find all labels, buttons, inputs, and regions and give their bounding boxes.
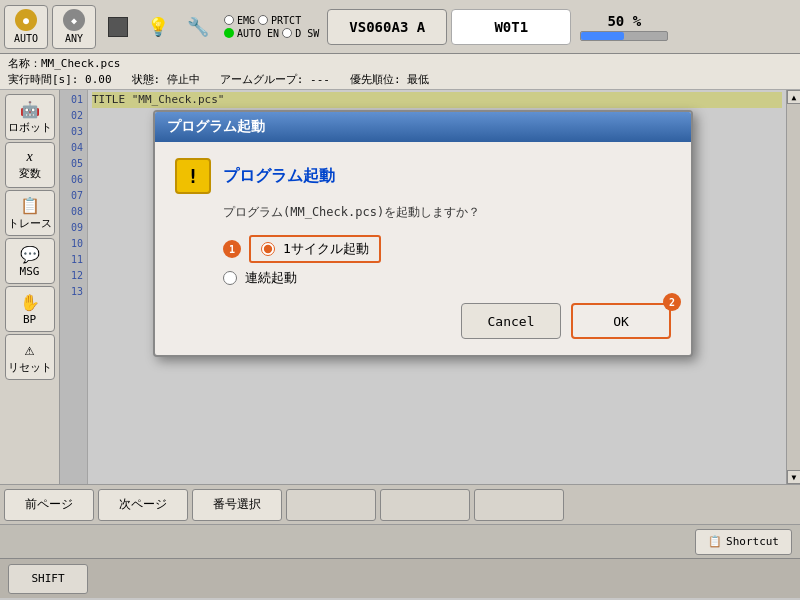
robot-icon: 🤖 [20, 100, 40, 119]
dialog-btn-row: Cancel OK 2 [175, 303, 671, 339]
scroll-down[interactable]: ▼ [787, 470, 800, 484]
sidebar-label-bp: BP [23, 313, 36, 326]
bottom-tab-6[interactable] [474, 489, 564, 521]
number-select-button[interactable]: 番号選択 [192, 489, 282, 521]
any-mode-button[interactable]: ◆ ANY [52, 5, 96, 49]
prtct-indicator [258, 15, 268, 25]
radio-label-1: 1サイクル起動 [283, 240, 369, 258]
sidebar-label-msg: MSG [20, 265, 40, 278]
sidebar-item-bp[interactable]: ✋ BP [5, 286, 55, 332]
dsw-label: D SW [295, 28, 319, 39]
scroll-track[interactable] [787, 104, 800, 470]
prev-page-button[interactable]: 前ページ [4, 489, 94, 521]
dialog-message: プログラム(MM_Check.pcs)を起動しますか？ [223, 204, 671, 221]
sidebar-item-variables[interactable]: x 変数 [5, 142, 55, 188]
sidebar-item-reset[interactable]: ⚠ リセット [5, 334, 55, 380]
scroll-up[interactable]: ▲ [787, 90, 800, 104]
next-page-button[interactable]: 次ページ [98, 489, 188, 521]
shortcut-bar: 📋 Shortcut [0, 524, 800, 558]
bottom-tab-5[interactable] [380, 489, 470, 521]
status-indicators: EMG PRTCT AUTO EN D SW [224, 15, 319, 39]
sidebar-label-robot: ロボット [8, 120, 52, 135]
info-bar: 名称：MM_Check.pcs 実行時間[s]: 0.00 状態: 停止中 アー… [0, 54, 800, 90]
dialog-title: プログラム起動 [167, 118, 265, 134]
sidebar: 🤖 ロボット x 変数 📋 トレース 💬 MSG ✋ BP ⚠ リセット [0, 90, 60, 484]
radio-selected-box: 1サイクル起動 [249, 235, 381, 263]
keyboard-bar: SHIFT [0, 558, 800, 598]
emg-label: EMG [237, 15, 255, 26]
wot1-tab[interactable]: W0T1 [451, 9, 571, 45]
exec-time: 実行時間[s]: 0.00 [8, 72, 112, 87]
variable-icon: x [26, 149, 32, 165]
radio-option-1[interactable]: 1 1サイクル起動 [223, 235, 671, 263]
trace-icon: 📋 [20, 196, 40, 215]
program-name: 名称：MM_Check.pcs [8, 56, 120, 71]
sidebar-item-msg[interactable]: 💬 MSG [5, 238, 55, 284]
any-label: ANY [65, 33, 83, 44]
cancel-button[interactable]: Cancel [461, 303, 561, 339]
sidebar-item-trace[interactable]: 📋 トレース [5, 190, 55, 236]
radio-input-1[interactable] [261, 242, 275, 256]
msg-icon: 💬 [20, 245, 40, 264]
tool-button[interactable]: 🔧 [180, 5, 216, 49]
shortcut-label: Shortcut [726, 535, 779, 548]
bulb-button[interactable]: 💡 [140, 5, 176, 49]
dialog-main-title: プログラム起動 [223, 166, 335, 187]
shift-button[interactable]: SHIFT [8, 564, 88, 594]
bp-icon: ✋ [20, 293, 40, 312]
main-area: 🤖 ロボット x 変数 📋 トレース 💬 MSG ✋ BP ⚠ リセット 01 … [0, 90, 800, 484]
emg-indicator [224, 15, 234, 25]
badge-1: 1 [223, 240, 241, 258]
editor-area: 01 02 03 04 05 06 07 08 09 10 11 12 13 T… [60, 90, 786, 484]
auto-label: AUTO [14, 33, 38, 44]
shortcut-icon: 📋 [708, 535, 722, 548]
progress-area: 50 % [579, 13, 669, 41]
radio-option-2[interactable]: 連続起動 [223, 269, 671, 287]
prtct-label: PRTCT [271, 15, 301, 26]
ok-btn-wrapper: OK 2 [571, 303, 671, 339]
bottom-tab-4[interactable] [286, 489, 376, 521]
sidebar-label-reset: リセット [8, 360, 52, 375]
sidebar-item-robot[interactable]: 🤖 ロボット [5, 94, 55, 140]
dsw-indicator [282, 28, 292, 38]
stop-button[interactable] [100, 5, 136, 49]
sidebar-label-trace: トレース [8, 216, 52, 231]
warning-icon: ! [175, 158, 211, 194]
right-scrollbar: ▲ ▼ [786, 90, 800, 484]
sidebar-label-variables: 変数 [19, 166, 41, 181]
reset-icon: ⚠ [25, 340, 35, 359]
shortcut-button[interactable]: 📋 Shortcut [695, 529, 792, 555]
autoen-led [224, 28, 234, 38]
auto-mode-button[interactable]: ● AUTO [4, 5, 48, 49]
dialog-overlay: プログラム起動 ! プログラム起動 プログラム(MM_Check.pcs)を起動… [60, 90, 786, 484]
dialog-body: ! プログラム起動 プログラム(MM_Check.pcs)を起動しますか？ 1 [155, 142, 691, 355]
progress-label: 50 % [607, 13, 641, 29]
top-bar: ● AUTO ◆ ANY 💡 🔧 EMG PRTCT AUTO EN D SW … [0, 0, 800, 54]
vs060-tab[interactable]: VS060A3 A [327, 9, 447, 45]
autoen-label: AUTO EN [237, 28, 279, 39]
ok-button[interactable]: OK [571, 303, 671, 339]
progress-bar-fill [581, 32, 624, 40]
dialog-title-bar: プログラム起動 [155, 112, 691, 142]
dialog-header-row: ! プログラム起動 [175, 158, 671, 194]
badge-2: 2 [663, 293, 681, 311]
bottom-tabs: 前ページ 次ページ 番号選択 [0, 484, 800, 524]
radio-label-2: 連続起動 [245, 269, 297, 287]
progress-bar [580, 31, 668, 41]
radio-input-2[interactable] [223, 271, 237, 285]
dialog: プログラム起動 ! プログラム起動 プログラム(MM_Check.pcs)を起動… [153, 110, 693, 357]
priority: 優先順位: 最低 [350, 72, 429, 87]
arm-group: アームグループ: --- [220, 72, 330, 87]
state-label: 状態: 停止中 [132, 72, 200, 87]
